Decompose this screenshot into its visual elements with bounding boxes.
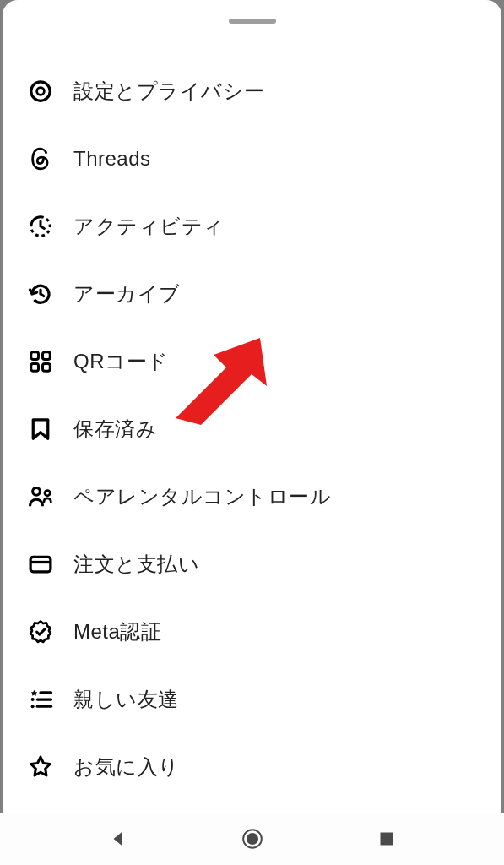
menu-item-label: 親しい友達 xyxy=(73,686,179,713)
menu-item-label: 設定とプライバシー xyxy=(73,78,265,105)
menu-item-label: Meta認証 xyxy=(73,618,161,645)
svg-rect-5 xyxy=(43,364,51,372)
menu-list: 設定とプライバシー Threads アクティビティ アーカイブ QRコード xyxy=(3,24,501,801)
svg-point-6 xyxy=(33,487,41,495)
bookmark-icon xyxy=(28,416,53,442)
gear-icon xyxy=(28,79,53,104)
svg-point-1 xyxy=(37,88,45,95)
menu-item-label: 保存済み xyxy=(73,416,157,443)
menu-item-label: アーカイブ xyxy=(73,280,181,307)
svg-point-7 xyxy=(45,491,50,496)
menu-item-parental[interactable]: ペアレンタルコントロール xyxy=(3,463,501,530)
svg-point-13 xyxy=(31,705,35,708)
menu-item-label: お気に入り xyxy=(73,753,180,781)
menu-item-saved[interactable]: 保存済み xyxy=(3,395,501,463)
menu-item-verified[interactable]: Meta認証 xyxy=(3,598,501,666)
starlist-icon xyxy=(28,687,53,712)
menu-item-label: QRコード xyxy=(73,348,169,375)
threads-icon xyxy=(28,146,53,171)
svg-rect-8 xyxy=(30,557,51,572)
star-icon xyxy=(28,754,53,780)
nav-home-button[interactable] xyxy=(241,828,263,850)
svg-point-16 xyxy=(246,833,257,845)
supervise-icon xyxy=(28,484,53,509)
menu-item-threads[interactable]: Threads xyxy=(3,125,501,193)
menu-item-archive[interactable]: アーカイブ xyxy=(3,260,501,328)
bottom-sheet: 設定とプライバシー Threads アクティビティ アーカイブ QRコード xyxy=(3,0,501,813)
svg-point-11 xyxy=(31,698,35,701)
verified-icon xyxy=(28,619,53,645)
menu-item-label: アクティビティ xyxy=(73,213,225,240)
activity-icon xyxy=(28,214,53,239)
archive-icon xyxy=(28,281,53,307)
svg-rect-4 xyxy=(31,364,39,372)
menu-item-qrcode[interactable]: QRコード xyxy=(3,328,501,395)
svg-rect-3 xyxy=(43,352,51,360)
menu-item-label: 注文と支払い xyxy=(73,551,199,578)
card-icon xyxy=(28,552,53,577)
menu-item-settings[interactable]: 設定とプライバシー xyxy=(3,57,501,125)
svg-rect-17 xyxy=(380,833,393,846)
menu-item-activity[interactable]: アクティビティ xyxy=(3,193,501,260)
android-nav-bar xyxy=(0,813,504,865)
menu-item-favorites[interactable]: お気に入り xyxy=(3,733,501,801)
svg-rect-2 xyxy=(31,352,39,360)
menu-item-close-friends[interactable]: 親しい友達 xyxy=(3,666,501,733)
menu-item-label: Threads xyxy=(73,147,151,171)
menu-item-label: ペアレンタルコントロール xyxy=(73,483,331,510)
qr-icon xyxy=(28,349,53,374)
nav-recent-button[interactable] xyxy=(376,828,398,850)
menu-item-orders[interactable]: 注文と支払い xyxy=(3,530,501,598)
nav-back-button[interactable] xyxy=(107,828,129,850)
